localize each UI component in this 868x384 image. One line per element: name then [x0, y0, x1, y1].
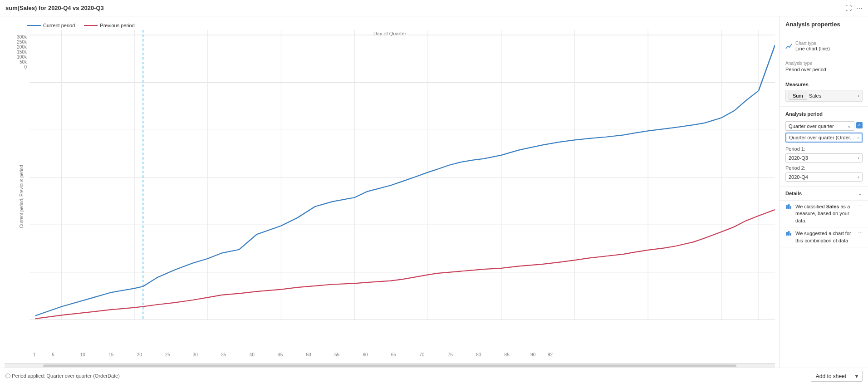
- x-tick-55: 55: [334, 352, 339, 357]
- analysis-period-label: Analysis period: [785, 111, 863, 117]
- title-bar: sum(Sales) for 2020-Q4 vs 2020-Q3 ⛶ ⋯: [0, 0, 868, 16]
- svg-rect-25: [790, 233, 791, 236]
- detail-1-text: We classified Sales as a measure, based …: [795, 203, 855, 224]
- add-to-sheet-button[interactable]: Add to sheet ▼: [811, 371, 863, 382]
- x-tick-70: 70: [419, 352, 424, 357]
- period1-label: Period 1:: [785, 146, 863, 152]
- analysis-period-section: Analysis period Quarter over quarter ⌄ ✓…: [780, 107, 868, 187]
- detail-2-text: We suggested a chart for this combinatio…: [795, 230, 855, 244]
- svg-rect-20: [786, 205, 788, 209]
- analysis-type-section: Analysis type Period over period: [780, 56, 868, 77]
- y-tick-0: 0: [24, 64, 27, 69]
- period-dropdown-row: Quarter over quarter ⌄ ✓: [785, 119, 863, 131]
- svg-rect-22: [790, 206, 791, 209]
- detail-item-1: We classified Sales as a measure, based …: [780, 201, 868, 227]
- x-tick-50: 50: [306, 352, 311, 357]
- legend-previous-label: Previous period: [100, 23, 134, 28]
- details-collapse-icon: ⌄: [858, 190, 863, 197]
- period-checkbox[interactable]: ✓: [856, 122, 863, 128]
- chart-container: Current period, Previous period 300k 250…: [5, 30, 775, 363]
- expand-icon[interactable]: ⛶: [845, 5, 852, 12]
- x-tick-15: 15: [108, 352, 113, 357]
- period2-field[interactable]: 2020-Q4 ›: [785, 172, 863, 182]
- x-tick-20: 20: [137, 352, 142, 357]
- chart-inner: Current period, Previous period 300k 250…: [5, 30, 775, 363]
- x-tick-10: 10: [80, 352, 85, 357]
- period-applied-text: ⓘ Period applied: Quarter over quarter (…: [5, 373, 120, 379]
- details-label: Details: [785, 191, 802, 196]
- right-panel: Analysis properties Chart type Line char…: [780, 16, 868, 368]
- svg-rect-23: [786, 232, 788, 236]
- x-tick-92: 92: [548, 352, 553, 357]
- period1-section: Period 1: 2020-Q3 ›: [785, 146, 863, 162]
- chart-type-info: Chart type Line chart (line): [795, 41, 830, 51]
- legend-current-label: Current period: [43, 23, 75, 28]
- legend-previous: Previous period: [84, 23, 134, 28]
- detail-2-icon: [785, 230, 793, 238]
- more-icon[interactable]: ⋯: [856, 5, 863, 12]
- y-tick-300k: 300k: [17, 34, 27, 39]
- add-to-sheet-label[interactable]: Add to sheet: [811, 371, 851, 381]
- panel-title: Analysis properties: [785, 21, 863, 28]
- period2-value: 2020-Q4: [789, 174, 808, 180]
- chevron-right-icon: ›: [857, 135, 859, 140]
- x-tick-25: 25: [165, 352, 170, 357]
- period-dropdown[interactable]: Quarter over quarter ⌄: [785, 121, 854, 131]
- legend-current-line: [27, 25, 41, 26]
- chart-type-row: Chart type Line chart (line): [785, 41, 863, 51]
- chart-title: sum(Sales) for 2020-Q4 vs 2020-Q3: [5, 5, 104, 11]
- measures-section: Measures Sum Sales ›: [780, 77, 868, 107]
- sum-button[interactable]: Sum: [789, 92, 807, 100]
- measures-row[interactable]: Sum Sales ›: [785, 90, 863, 102]
- x-axis: 1 5 10 15 20 25 30 35 40 45 50 55: [29, 350, 775, 363]
- y-tick-250k: 250k: [17, 39, 27, 44]
- x-tick-90: 90: [530, 352, 535, 357]
- detail-1-icon: [785, 203, 793, 211]
- x-tick-5: 5: [52, 352, 54, 357]
- legend-previous-line: [84, 25, 98, 26]
- chart-area: Current period Previous period Current p…: [0, 16, 780, 368]
- y-tick-50k: 50k: [20, 59, 27, 64]
- period2-label: Period 2:: [785, 165, 863, 171]
- period1-arrow-icon: ›: [858, 155, 859, 161]
- analysis-type-label: Analysis type: [785, 61, 863, 66]
- chart-plot: Today (15) 1 5 10 15 20: [29, 30, 775, 363]
- add-to-sheet-dropdown-icon[interactable]: ▼: [851, 371, 862, 381]
- y-axis-label: Current period, Previous period: [19, 165, 24, 228]
- measures-sales: Sales: [807, 93, 858, 98]
- period-active-label: Quarter over quarter (Order...: [789, 135, 854, 140]
- period1-field[interactable]: 2020-Q3 ›: [785, 153, 863, 162]
- detail-1-more[interactable]: ⋯: [858, 203, 863, 208]
- period1-value: 2020-Q3: [789, 155, 808, 161]
- y-tick-200k: 200k: [17, 44, 27, 49]
- x-tick-45: 45: [278, 352, 283, 357]
- detail-2-more[interactable]: ⋯: [858, 230, 863, 235]
- y-tick-150k: 150k: [17, 49, 27, 54]
- analysis-type-value: Period over period: [785, 67, 863, 72]
- period2-section: Period 2: 2020-Q4 ›: [785, 165, 863, 182]
- measures-label: Measures: [785, 82, 863, 87]
- chart-scrollbar[interactable]: [5, 363, 775, 368]
- panel-header: Analysis properties: [780, 16, 868, 36]
- svg-rect-21: [788, 204, 790, 209]
- y-axis: Current period, Previous period 300k 250…: [5, 30, 29, 363]
- x-tick-35: 35: [221, 352, 226, 357]
- chart-svg: Today (15): [29, 30, 775, 363]
- legend-current: Current period: [27, 23, 75, 28]
- x-tick-80: 80: [476, 352, 481, 357]
- period-dropdown-label: Quarter over quarter: [789, 123, 834, 129]
- period-dropdown-active[interactable]: Quarter over quarter (Order... ›: [785, 133, 863, 143]
- chart-type-section: Chart type Line chart (line): [780, 36, 868, 56]
- scrollbar-thumb[interactable]: [43, 364, 736, 367]
- svg-rect-24: [788, 231, 790, 236]
- detail-item-2: We suggested a chart for this combinatio…: [780, 227, 868, 247]
- line-chart-icon: [785, 43, 793, 50]
- details-header[interactable]: Details ⌄: [780, 187, 868, 201]
- measures-arrow-icon: ›: [858, 93, 859, 98]
- chart-type-label: Chart type: [795, 41, 830, 46]
- legend: Current period Previous period: [5, 21, 775, 30]
- period2-arrow-icon: ›: [858, 174, 859, 180]
- x-tick-60: 60: [363, 352, 368, 357]
- bottom-bar: ⓘ Period applied: Quarter over quarter (…: [0, 368, 868, 384]
- x-tick-75: 75: [448, 352, 453, 357]
